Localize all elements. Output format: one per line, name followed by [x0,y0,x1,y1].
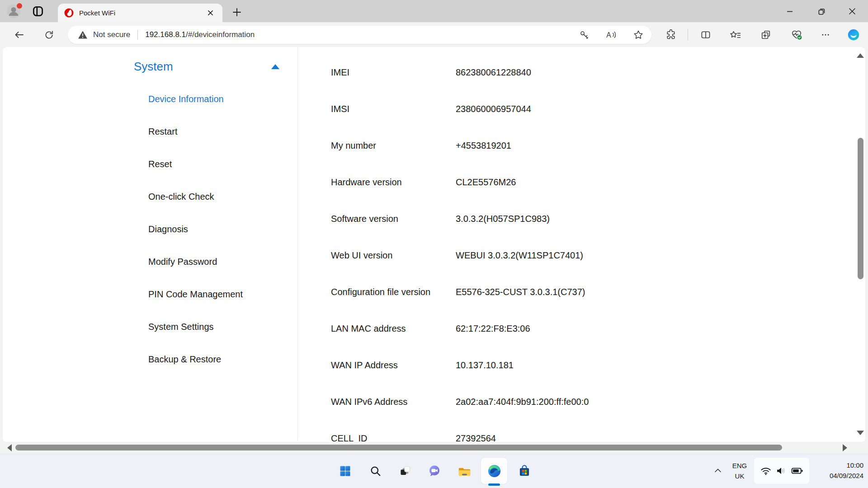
edge-taskbar-button[interactable] [481,458,507,484]
sidebar-menu-item[interactable]: PIN Code Management [148,278,288,310]
clock-time: 10:00 [809,460,863,470]
copilot-button[interactable] [845,27,862,43]
screen: { "browser": { "tab": { "title": "Pocket… [0,0,868,488]
read-aloud-button[interactable]: A [603,27,619,43]
sidebar-menu-item[interactable]: Diagnosis [148,213,288,245]
device-info-label: WAN IPv6 Address [331,397,456,407]
settings-menu-button[interactable] [817,27,834,43]
taskbar-clock[interactable]: 10:00 04/09/2024 [809,460,863,481]
device-info-value: CL2E5576M26 [456,177,516,188]
volume-icon [775,465,787,477]
refresh-button[interactable] [41,27,57,43]
device-info-label: My number [331,141,456,151]
clock-date: 04/09/2024 [809,470,863,481]
profile-notification-dot [16,3,23,9]
sidebar-menu: Device Information Restart Reset One-cli… [148,83,288,375]
scroll-left-arrow[interactable] [7,444,12,451]
sidebar-section-system[interactable]: System [134,55,289,78]
browser-tab[interactable]: Pocket WiFi [58,4,222,22]
device-info-row: Hardware version CL2E5576M26 [331,164,783,201]
workspaces-button[interactable] [31,4,45,19]
split-screen-button[interactable] [698,27,714,43]
sidebar-menu-item[interactable]: Modify Password [148,245,288,278]
device-info-value: 3.0.3.2(H057SP1C983) [456,214,550,224]
battery-icon [791,465,803,477]
url-path: /#/deviceinformation [186,30,255,39]
start-button[interactable] [335,461,355,481]
device-info-row: WAN IPv6 Address 2a02:aa7:404f:9b91:200:… [331,384,783,420]
device-info-row: LAN MAC address 62:17:22:F8:E3:06 [331,310,783,347]
sidebar-menu-item[interactable]: System Settings [148,310,288,343]
scroll-down-arrow[interactable] [857,431,864,435]
toolbar-divider [688,29,688,41]
device-info-row: My number +4553819201 [331,127,783,164]
task-view-button[interactable] [395,461,415,481]
device-info-label: Software version [331,214,456,224]
sidebar-menu-item-label: One-click Check [148,192,214,202]
collections-button[interactable] [758,27,774,43]
sidebar-section-title: System [134,60,173,74]
file-explorer-button[interactable] [454,461,474,481]
window-close-button[interactable] [843,4,861,19]
system-tray-button[interactable] [754,458,809,484]
horizontal-scrollbar-thumb[interactable] [15,445,782,450]
url-domain: 192.168.8.1 [145,30,186,39]
device-info-value: 862380061228840 [456,67,531,78]
favorite-star-button[interactable] [630,27,646,43]
device-info-row: Configuration file version E5576-325-CUS… [331,274,783,310]
sidebar-menu-item[interactable]: One-click Check [148,180,288,213]
device-info-label: Configuration file version [331,287,456,297]
password-key-button[interactable] [576,27,592,43]
device-info-value: WEBUI 3.0.3.2(W11SP1C7401) [456,250,583,261]
warning-triangle-icon [78,30,88,39]
device-info-value: 238060006957044 [456,104,531,114]
restore-button[interactable] [812,4,830,19]
search-button[interactable] [365,461,385,481]
device-info-label: Hardware version [331,177,456,188]
vertical-scrollbar-thumb[interactable] [858,138,863,279]
device-info-value: 10.137.10.181 [456,360,514,371]
sidebar-menu-item-label: System Settings [148,322,214,332]
device-info-label: IMEI [331,67,456,78]
device-info-label: WAN IP Address [331,360,456,371]
tab-layout-icon [32,5,44,18]
device-info-label: IMSI [331,104,456,114]
chat-button[interactable] [425,461,444,481]
sidebar-divider [297,47,298,440]
address-bar[interactable]: Not secure 192.168.8.1/#/deviceinformati… [68,26,651,44]
sidebar-menu-item-label: Modify Password [148,257,217,267]
profile-avatar[interactable] [5,3,22,19]
new-tab-button[interactable] [230,5,244,19]
device-info-label: Web UI version [331,250,456,261]
device-info-row: WAN IP Address 10.137.10.181 [331,347,783,384]
device-info-row: IMSI 238060006957044 [331,91,783,127]
tab-close-button[interactable] [204,7,216,19]
sidebar-menu-item-label: PIN Code Management [148,289,243,300]
device-info-label: LAN MAC address [331,324,456,334]
device-information-table: IMEI 862380061228840 IMSI 23806000695704… [331,54,783,457]
sidebar-menu-item[interactable]: Restart [148,115,288,148]
language-line1: ENG [727,460,752,471]
language-switcher[interactable]: ENG UK [727,460,752,481]
browser-essentials-button[interactable] [788,27,805,43]
sidebar-menu-item[interactable]: Reset [148,148,288,180]
triangle-up-icon[interactable] [271,64,279,69]
language-line2: UK [727,471,752,481]
tab-title: Pocket WiFi [79,9,204,17]
store-button[interactable] [514,461,534,481]
tray-chevron-button[interactable] [711,464,725,478]
sidebar-menu-item[interactable]: Device Information [148,83,288,115]
edge-active-indicator [488,483,500,486]
device-info-value: 62:17:22:F8:E3:06 [456,324,530,334]
favorites-button[interactable] [727,27,743,43]
sidebar-menu-item[interactable]: Backup & Restore [148,343,288,375]
device-info-row: Web UI version WEBUI 3.0.3.2(W11SP1C7401… [331,237,783,274]
device-info-value: E5576-325-CUST 3.0.3.1(C737) [456,287,585,297]
minimize-button[interactable] [781,4,799,19]
extensions-button[interactable] [663,27,679,43]
back-button[interactable] [11,27,27,43]
sidebar-menu-item-label: Backup & Restore [148,354,221,365]
address-divider [137,30,138,40]
scroll-up-arrow[interactable] [857,53,864,58]
scroll-right-arrow[interactable] [843,444,847,451]
